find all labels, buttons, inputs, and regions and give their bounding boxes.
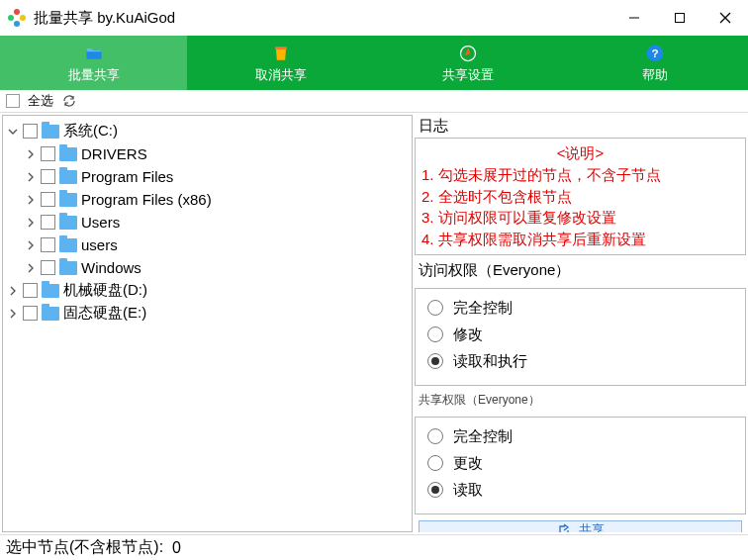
expand-icon[interactable]: [7, 285, 19, 297]
main-toolbar: 批量共享 取消共享 共享设置 ? 帮助: [0, 36, 748, 90]
radio-icon: [427, 428, 443, 444]
tree-checkbox[interactable]: [41, 146, 55, 161]
tree-node[interactable]: users: [3, 233, 412, 256]
title-bar: 批量共享 by.KuAiGod: [0, 0, 748, 36]
tree-checkbox[interactable]: [23, 283, 38, 298]
status-label: 选中节点(不含根节点):: [6, 537, 163, 558]
folder-icon: [42, 125, 59, 139]
expand-icon[interactable]: [25, 239, 37, 251]
access-perm-title: 访问权限（Everyone）: [419, 261, 746, 280]
tab-batch-share[interactable]: 批量共享: [0, 36, 187, 90]
help-icon: ?: [644, 43, 666, 64]
window-title: 批量共享 by.KuAiGod: [34, 9, 611, 28]
expand-icon[interactable]: [25, 148, 37, 160]
log-heading: <说明>: [421, 142, 739, 164]
subbar: 全选: [0, 90, 748, 112]
radio-icon: [427, 482, 443, 498]
maximize-button[interactable]: [657, 0, 702, 36]
folder-icon: [42, 284, 59, 298]
radio-option[interactable]: 更改: [425, 450, 735, 477]
app-icon: [8, 9, 26, 27]
radio-option[interactable]: 完全控制: [425, 423, 735, 450]
folder-icon: [42, 307, 59, 321]
expand-icon[interactable]: [25, 171, 37, 183]
expand-icon[interactable]: [25, 262, 37, 274]
close-button[interactable]: [702, 0, 748, 36]
tab-help[interactable]: ? 帮助: [561, 36, 748, 90]
tree-checkbox[interactable]: [23, 306, 38, 321]
status-count: 0: [172, 539, 181, 557]
svg-rect-1: [676, 14, 685, 23]
folder-icon: [59, 261, 77, 275]
tree-node[interactable]: Program Files (x86): [3, 188, 412, 211]
tree-node[interactable]: DRIVERS: [3, 142, 412, 165]
minimize-button[interactable]: [611, 0, 657, 36]
share-perm-title: 共享权限（Everyone）: [419, 392, 746, 409]
share-perm-group: 完全控制更改读取: [415, 417, 746, 514]
tree-checkbox[interactable]: [41, 192, 55, 207]
folder-icon: [83, 43, 105, 64]
radio-option[interactable]: 读取和执行: [425, 348, 735, 375]
svg-text:?: ?: [651, 47, 658, 59]
tab-cancel-share[interactable]: 取消共享: [187, 36, 374, 90]
select-all-label: 全选: [28, 92, 53, 110]
radio-option[interactable]: 完全控制: [425, 295, 735, 322]
svg-rect-4: [275, 47, 287, 49]
tree-node[interactable]: Program Files: [3, 165, 412, 188]
compass-icon: [457, 43, 479, 64]
log-box: <说明> 1. 勾选未展开过的节点，不含子节点 2. 全选时不包含根节点 3. …: [415, 138, 746, 255]
status-bar: 选中节点(不含根节点): 0: [0, 534, 748, 560]
log-title: 日志: [415, 115, 746, 138]
tree-checkbox[interactable]: [41, 237, 55, 252]
tab-share-settings[interactable]: 共享设置: [374, 36, 561, 90]
radio-icon: [427, 327, 443, 342]
tree-node[interactable]: Windows: [3, 256, 412, 279]
expand-icon[interactable]: [25, 194, 37, 206]
tree-node-root[interactable]: 系统(C:): [3, 120, 412, 142]
trash-icon: [270, 43, 292, 64]
tree-checkbox[interactable]: [41, 260, 55, 275]
share-icon: [557, 523, 571, 532]
tree-node[interactable]: Users: [3, 211, 412, 233]
expand-icon[interactable]: [7, 308, 19, 320]
tree-node[interactable]: 固态硬盘(E:): [3, 302, 412, 325]
share-button[interactable]: 共享: [419, 520, 742, 532]
tree-checkbox[interactable]: [41, 215, 55, 230]
tree-node[interactable]: 机械硬盘(D:): [3, 279, 412, 302]
access-perm-group: 完全控制修改读取和执行: [415, 288, 746, 386]
collapse-icon[interactable]: [7, 126, 19, 138]
radio-icon: [427, 455, 443, 471]
expand-icon[interactable]: [25, 217, 37, 229]
radio-option[interactable]: 修改: [425, 322, 735, 348]
refresh-icon[interactable]: [61, 94, 77, 108]
radio-option[interactable]: 读取: [425, 477, 735, 504]
folder-tree[interactable]: 系统(C:) DRIVERSProgram FilesProgram Files…: [2, 115, 413, 532]
folder-icon: [59, 193, 77, 207]
tree-checkbox[interactable]: [41, 169, 55, 184]
tree-checkbox[interactable]: [23, 124, 38, 139]
folder-icon: [59, 238, 77, 252]
folder-icon: [59, 170, 77, 184]
folder-icon: [59, 216, 77, 230]
radio-icon: [427, 353, 443, 369]
radio-icon: [427, 300, 443, 316]
folder-icon: [59, 147, 77, 161]
select-all-checkbox[interactable]: [6, 94, 20, 108]
